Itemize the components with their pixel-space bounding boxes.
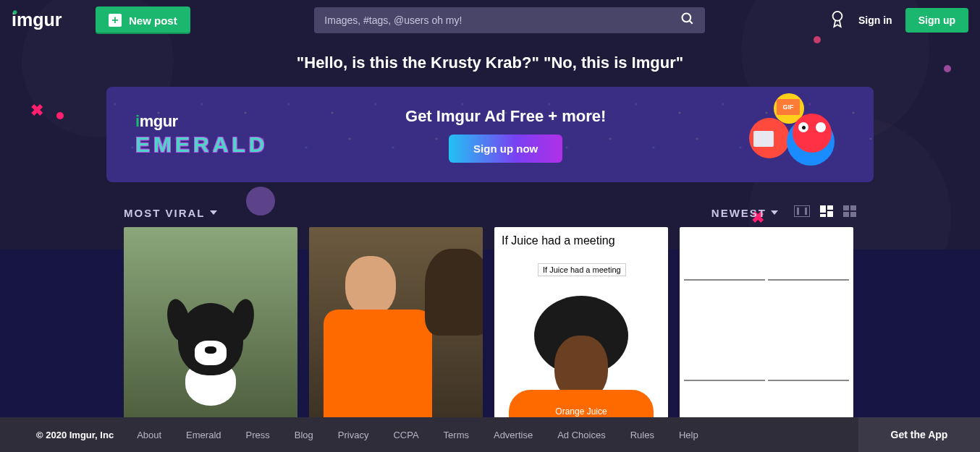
footer-link-blog[interactable]: Blog: [295, 430, 313, 440]
footer-link-privacy[interactable]: Privacy: [338, 430, 369, 440]
svg-rect-7: [805, 208, 807, 215]
view-waterfall-icon[interactable]: [820, 205, 833, 220]
svg-rect-8: [820, 205, 826, 213]
banner-headline: Get Imgur Ad Free + more!: [268, 107, 743, 126]
sign-in-link[interactable]: Sign in: [858, 14, 892, 26]
leaderboard-icon[interactable]: [829, 9, 845, 31]
banner-cta-button[interactable]: Sign up now: [449, 135, 562, 163]
thumbnail-image: ENTRANCE TO WARD 1 ENTRANCE TO WARD 1: [680, 227, 853, 433]
svg-rect-14: [843, 212, 849, 217]
sort-bar: MOST VIRAL NEWEST: [124, 205, 856, 220]
svg-rect-15: [850, 212, 856, 217]
search-box[interactable]: [314, 7, 705, 33]
imgur-logo[interactable]: imgur: [12, 8, 80, 33]
plus-icon: +: [109, 14, 122, 27]
svg-rect-6: [797, 208, 799, 215]
svg-text:imgur: imgur: [12, 9, 62, 30]
chevron-down-icon: [210, 210, 217, 215]
gallery-card[interactable]: If Juice had a meeting If Juice had a me…: [494, 227, 668, 433]
footer-link-adchoices[interactable]: Ad Choices: [557, 430, 605, 440]
svg-rect-9: [827, 205, 833, 210]
svg-point-2: [683, 13, 691, 22]
new-post-label: New post: [129, 14, 177, 27]
thumbnail-image: [309, 227, 483, 433]
thumbnail-image: [124, 227, 297, 433]
tagline-text: "Hello, is this the Krusty Krab?" "No, t…: [0, 54, 980, 72]
sort-newest[interactable]: NEWEST: [711, 207, 778, 219]
view-uniform-icon[interactable]: [843, 205, 856, 220]
get-app-panel[interactable]: Get the App: [858, 417, 980, 452]
footer-link-rules[interactable]: Rules: [630, 430, 654, 440]
thumbnail-image: If Juice had a meeting If Juice had a me…: [494, 227, 668, 433]
gallery-grid: If Juice had a meeting If Juice had a me…: [124, 227, 856, 433]
emerald-wordmark: EMERALD: [135, 132, 268, 157]
emerald-banner[interactable]: iimgurmgur EMERALD Get Imgur Ad Free + m…: [106, 87, 874, 182]
view-autoplay-icon[interactable]: [794, 205, 810, 220]
meme-title: If Juice had a meeting: [502, 234, 615, 247]
footer-link-ccpa[interactable]: CCPA: [393, 430, 418, 440]
gif-badge: GIF: [777, 99, 800, 115]
footer-link-terms[interactable]: Terms: [444, 430, 469, 440]
new-post-button[interactable]: + New post: [96, 7, 190, 34]
svg-point-1: [13, 10, 17, 14]
footer-bar: © 2020 Imgur, Inc About Emerald Press Bl…: [0, 417, 980, 452]
svg-line-3: [690, 20, 693, 23]
gallery-card[interactable]: [124, 227, 297, 433]
meme-subtitle: If Juice had a meeting: [538, 263, 626, 276]
banner-illustration: GIF: [743, 95, 845, 174]
sign-up-button[interactable]: Sign up: [905, 8, 968, 33]
footer-link-press[interactable]: Press: [246, 430, 270, 440]
search-icon[interactable]: [680, 12, 695, 30]
chevron-down-icon: [771, 210, 778, 215]
header-bar: imgur + New post Sign in Sign up: [0, 0, 980, 40]
gallery-card[interactable]: [309, 227, 483, 433]
svg-point-4: [833, 12, 842, 21]
svg-rect-12: [843, 205, 849, 210]
sort-most-viral[interactable]: MOST VIRAL: [124, 207, 217, 219]
svg-rect-10: [827, 211, 833, 217]
footer-link-about[interactable]: About: [137, 430, 161, 440]
search-input[interactable]: [324, 14, 680, 26]
footer-link-advertise[interactable]: Advertise: [494, 430, 533, 440]
svg-rect-13: [850, 205, 856, 210]
gallery-card[interactable]: ENTRANCE TO WARD 1 ENTRANCE TO WARD 1: [680, 227, 853, 433]
footer-link-emerald[interactable]: Emerald: [186, 430, 221, 440]
get-app-label: Get the App: [891, 429, 948, 440]
footer-links: About Emerald Press Blog Privacy CCPA Te…: [137, 430, 698, 440]
copyright-text: © 2020 Imgur, Inc: [36, 430, 114, 440]
banner-logo: iimgurmgur: [135, 112, 268, 131]
svg-rect-5: [794, 205, 810, 217]
svg-rect-11: [820, 214, 826, 217]
footer-link-help[interactable]: Help: [679, 430, 698, 440]
